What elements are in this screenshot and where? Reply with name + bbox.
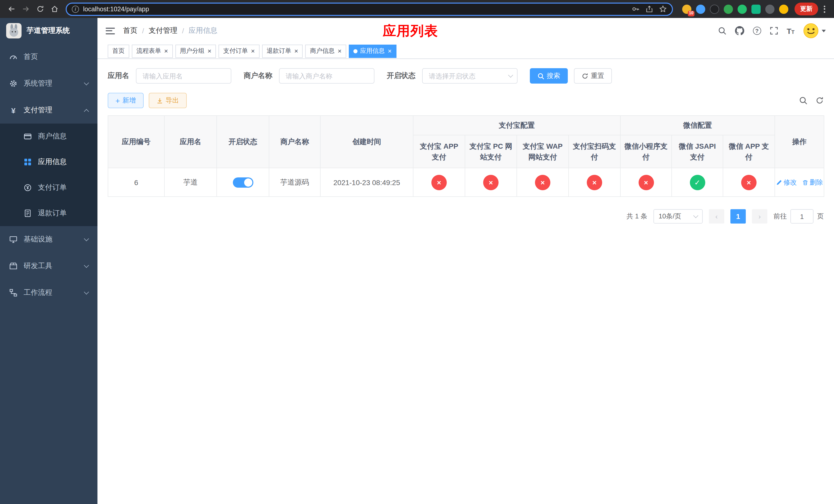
breadcrumb-home[interactable]: 首页 <box>123 26 137 36</box>
sidebar-item-app-info[interactable]: 应用信息 <box>0 149 97 175</box>
col-header-status: 开启状态 <box>217 116 269 168</box>
chevron-down-icon <box>693 213 698 218</box>
share-icon[interactable] <box>646 5 653 13</box>
sidebar-item-label: 支付管理 <box>24 106 52 115</box>
extension-square-icon[interactable] <box>751 4 761 14</box>
close-icon[interactable]: × <box>294 48 298 54</box>
sidebar-item-label: 研发工具 <box>24 261 52 271</box>
browser-update-button[interactable]: 更新 <box>794 3 818 15</box>
cell-status <box>217 168 269 197</box>
pagination: 共 1 条 10条/页 ‹ 1 › 前往 页 <box>108 209 824 224</box>
tab-process-form[interactable]: 流程表单× <box>132 44 173 58</box>
font-size-icon[interactable]: TT <box>787 27 794 35</box>
merchant-name-input[interactable] <box>279 68 374 84</box>
col-header-alipay-pc: 支付宝 PC 网站支付 <box>465 135 517 168</box>
browser-reload-button[interactable] <box>34 3 46 15</box>
refund-doc-icon <box>24 209 32 217</box>
export-button[interactable]: 导出 <box>149 93 187 108</box>
refresh-table-icon[interactable] <box>815 96 824 105</box>
sidebar-item-system[interactable]: 系统管理 <box>0 70 97 97</box>
browser-forward-button[interactable] <box>20 3 32 15</box>
sidebar-item-payment-orders[interactable]: 支付订单 <box>0 175 97 201</box>
address-bar-actions <box>632 5 667 13</box>
chevron-up-icon <box>84 109 89 114</box>
search-icon[interactable] <box>718 27 726 35</box>
reload-icon <box>36 5 44 13</box>
tab-home[interactable]: 首页 <box>108 44 129 58</box>
monitor-icon <box>9 235 18 244</box>
plus-icon: + <box>115 97 120 104</box>
app-logo-avatar <box>6 23 22 39</box>
app-name-input[interactable] <box>136 68 231 84</box>
delete-link[interactable]: 删除 <box>802 178 823 187</box>
url-text[interactable]: localhost:1024/pay/app <box>83 5 149 13</box>
breadcrumb-payment[interactable]: 支付管理 <box>149 26 177 36</box>
tab-merchant-info[interactable]: 商户信息× <box>305 44 346 58</box>
breadcrumb-separator: / <box>182 27 184 35</box>
col-group-wechat: 微信配置 <box>620 116 775 135</box>
add-button[interactable]: + 新增 <box>108 93 144 108</box>
extension-green-icon[interactable] <box>738 4 747 14</box>
toggle-search-icon[interactable] <box>799 96 807 105</box>
fullscreen-icon[interactable] <box>770 27 778 35</box>
extension-dark-icon[interactable] <box>710 4 719 14</box>
navbar: 首页 / 支付管理 / 应用信息 应用列表 ? TT <box>97 18 834 44</box>
page-size-select[interactable]: 10条/页 <box>654 209 703 224</box>
sidebar-item-workflow[interactable]: 工作流程 <box>0 279 97 306</box>
status-toggle[interactable] <box>233 177 253 187</box>
extension-puzzle-icon[interactable]: 10 <box>682 4 692 14</box>
prev-page-button[interactable]: ‹ <box>709 209 724 224</box>
extension-puzzle2-icon[interactable] <box>765 4 774 14</box>
browser-menu-icon[interactable] <box>820 5 829 13</box>
next-page-button[interactable]: › <box>752 209 767 224</box>
close-icon[interactable]: × <box>251 48 255 54</box>
status-select[interactable] <box>422 68 518 84</box>
yuan-icon: ¥ <box>9 107 18 114</box>
browser-home-button[interactable] <box>48 3 61 15</box>
sidebar-item-merchant-info[interactable]: 商户信息 <box>0 123 97 149</box>
home-icon <box>50 5 58 13</box>
sidebar: 芋道管理系统 首页 系统管理 ¥ 支付管理 商户信息 <box>0 18 97 504</box>
tab-payment-order[interactable]: 支付订单× <box>219 44 259 58</box>
status-select-input[interactable] <box>422 68 518 84</box>
address-bar[interactable]: i localhost:1024/pay/app <box>66 2 673 16</box>
sidebar-collapse-icon[interactable] <box>106 27 115 34</box>
site-info-icon[interactable]: i <box>72 5 79 13</box>
user-avatar-menu[interactable] <box>803 23 826 39</box>
page-1-button[interactable]: 1 <box>730 209 746 224</box>
sidebar-item-home[interactable]: 首页 <box>0 44 97 70</box>
help-icon[interactable]: ? <box>753 27 761 35</box>
tab-user-group[interactable]: 用户分组× <box>175 44 216 58</box>
col-header-alipay-wap: 支付宝 WAP 网站支付 <box>517 135 569 168</box>
table-row: 6 芋道 芋道源码 2021-10-23 08:49:25 × × × × × … <box>108 168 824 197</box>
sidebar-item-label: 支付订单 <box>38 183 67 192</box>
close-icon[interactable]: × <box>164 48 168 54</box>
close-icon[interactable]: × <box>388 48 392 54</box>
goto-label: 前往 <box>773 212 787 221</box>
alipay-wap-status-icon: × <box>535 175 550 190</box>
edit-link[interactable]: 修改 <box>776 178 797 187</box>
extension-avatar-icon[interactable] <box>724 4 733 14</box>
extension-icons: 10 <box>682 4 788 14</box>
browser-back-button[interactable] <box>5 3 18 15</box>
sidebar-item-refund-orders[interactable]: 退款订单 <box>0 201 97 226</box>
extension-emoji-icon[interactable] <box>779 4 788 14</box>
github-icon[interactable] <box>735 26 744 36</box>
tab-app-info[interactable]: 应用信息× <box>349 44 396 58</box>
search-icon <box>537 72 544 79</box>
sidebar-item-infrastructure[interactable]: 基础设施 <box>0 226 97 253</box>
toolbar-right-icons <box>799 96 824 105</box>
reset-button[interactable]: 重置 <box>574 68 612 84</box>
sidebar-item-dev-tools[interactable]: 研发工具 <box>0 253 97 279</box>
bookmark-star-icon[interactable] <box>659 5 667 13</box>
extension-drop-icon[interactable] <box>696 4 705 14</box>
close-icon[interactable]: × <box>338 48 342 54</box>
screen: i localhost:1024/pay/app 10 <box>0 0 834 504</box>
password-key-icon[interactable] <box>632 5 640 13</box>
tab-refund-order[interactable]: 退款订单× <box>262 44 303 58</box>
search-button[interactable]: 搜索 <box>530 68 568 84</box>
cell-app-name: 芋道 <box>164 168 217 197</box>
sidebar-item-payment[interactable]: ¥ 支付管理 <box>0 97 97 123</box>
goto-page-input[interactable] <box>790 209 813 224</box>
close-icon[interactable]: × <box>207 48 211 54</box>
